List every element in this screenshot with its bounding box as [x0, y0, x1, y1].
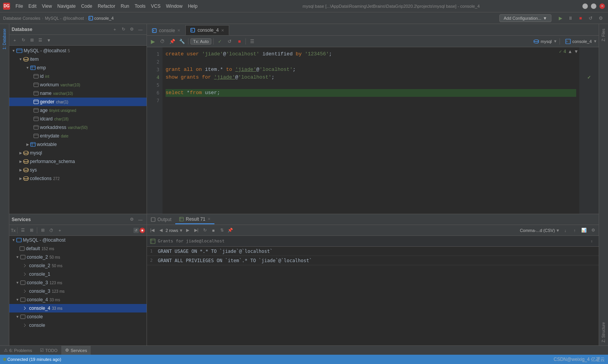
settings-button[interactable]: ⚙ — [596, 14, 605, 22]
breadcrumb-mysql[interactable]: MySQL - @localhost — [45, 16, 84, 21]
editor-stop-btn[interactable]: ■ — [235, 37, 244, 46]
output-tool-settings[interactable]: ⚙ — [589, 227, 597, 234]
editor-format-btn[interactable]: ☰ — [248, 37, 256, 46]
output-tool-next[interactable]: ▶ — [184, 227, 192, 234]
output-tool-chart[interactable]: 📊 — [580, 227, 588, 234]
tree-item-performance-schema[interactable]: ▶ performance_schema — [9, 157, 147, 166]
count-up-icon[interactable]: ▲ — [568, 49, 572, 54]
bottom-tab-services[interactable]: ⚙ Services — [61, 346, 91, 355]
menu-edit[interactable]: Edit — [26, 3, 39, 10]
output-row-1[interactable]: 1 GRANT USAGE ON *.* TO `jiade`@`localho… — [147, 247, 599, 256]
services-tree-console-child[interactable]: console — [9, 321, 147, 330]
db-toolbar-filter[interactable]: ▼ — [45, 36, 53, 44]
tree-item-id[interactable]: id int — [9, 72, 147, 81]
output-tool-sync[interactable]: ⇅ — [218, 227, 226, 234]
tab-console-close[interactable]: ✕ — [177, 28, 180, 33]
services-tree-console2-child[interactable]: console_2 50 ms — [9, 261, 147, 270]
tree-item-gender[interactable]: gender char(1) — [9, 98, 147, 106]
menu-view[interactable]: View — [40, 3, 54, 10]
services-tree-console3-group[interactable]: ▼ console_3 123 ms — [9, 278, 147, 287]
menu-file[interactable]: File — [13, 3, 25, 10]
db-toolbar-refresh[interactable]: ↻ — [19, 36, 27, 44]
services-tree-default[interactable]: default 152 ms — [9, 244, 147, 253]
rerun-button[interactable]: ↺ — [586, 14, 595, 22]
maximize-button[interactable]: □ — [591, 3, 596, 9]
output-tab-result[interactable]: Result 71 ✕ — [175, 215, 214, 224]
services-tool-minimize[interactable]: — — [136, 216, 144, 223]
db-tool-sync[interactable]: ↻ — [119, 26, 127, 33]
vertical-tab-structure[interactable]: Z: Structure — [600, 319, 607, 345]
tree-item-mysql-root[interactable]: ▼ MySQL - @localhost 5 — [9, 46, 147, 55]
editor-run-btn[interactable]: ▶ — [149, 37, 157, 46]
tree-item-entrydate[interactable]: entrydate date — [9, 132, 147, 140]
services-tree-console4-child[interactable]: console_4 33 ms — [9, 304, 147, 312]
tree-item-collections[interactable]: ▶ collections 272 — [9, 174, 147, 183]
output-tool-pin[interactable]: 📌 — [226, 227, 234, 234]
editor-history-btn[interactable]: ⏱ — [158, 37, 167, 46]
tree-item-emp[interactable]: ▼ emp — [9, 64, 147, 72]
pause-button[interactable]: ⏸ — [566, 14, 575, 22]
services-tool-add-session[interactable]: ⊞ — [39, 227, 47, 234]
db-toolbar-compare[interactable]: ☰ — [36, 36, 44, 44]
tree-item-idcard[interactable]: idcard char(18) — [9, 115, 147, 123]
menu-run[interactable]: Run — [118, 3, 131, 10]
services-tool-settings[interactable]: ⚙ — [128, 216, 136, 223]
tab-console[interactable]: console ✕ — [147, 25, 185, 35]
stop-button[interactable]: ■ — [576, 14, 585, 22]
output-tool-export[interactable]: ↓ — [561, 227, 569, 234]
menu-navigate[interactable]: Navigate — [55, 3, 78, 10]
tab-console4[interactable]: console_4 ✕ — [185, 25, 229, 35]
bottom-tab-todo[interactable]: ☑ TODO — [36, 346, 62, 355]
output-row-2[interactable]: 2 GRANT ALL PRIVILEGES ON `item`.* TO `j… — [147, 256, 599, 265]
count-down-icon[interactable]: ▼ — [574, 49, 579, 54]
output-tab-output[interactable]: Output — [147, 215, 175, 224]
tree-item-age[interactable]: age tinyint unsigned — [9, 106, 147, 115]
add-config-button[interactable]: Add Configuration... ▼ — [499, 14, 551, 22]
editor-pin-btn[interactable]: 📌 — [168, 37, 176, 46]
services-tool-expand[interactable]: ⊞ — [28, 227, 35, 234]
services-tree-console1[interactable]: console_1 — [9, 270, 147, 278]
tree-item-mysql-db[interactable]: ▶ mysql — [9, 149, 147, 157]
tree-item-name[interactable]: name varchar(10) — [9, 89, 147, 98]
output-tab-result-close[interactable]: ✕ — [207, 217, 211, 221]
menu-window[interactable]: Window — [164, 3, 185, 10]
services-tree-console2-group[interactable]: ▼ console_2 50 ms — [9, 253, 147, 261]
col-expand-icon[interactable]: ⇕ — [588, 237, 596, 245]
output-tool-refresh[interactable]: ↻ — [201, 227, 209, 234]
menu-code[interactable]: Code — [79, 3, 95, 10]
tree-item-item-db[interactable]: ▼ item — [9, 55, 147, 64]
tab-console4-close[interactable]: ✕ — [221, 28, 224, 33]
menu-refactor[interactable]: Refactor — [95, 3, 117, 10]
services-tree-mysql[interactable]: ▼ MySQL - @localhost — [9, 236, 147, 244]
output-tool-prev[interactable]: ◀ — [157, 227, 165, 234]
output-tool-last[interactable]: ▶| — [192, 227, 200, 234]
rows-selector[interactable]: 2 rows ▼ — [166, 228, 183, 233]
editor-schema-btn[interactable]: 🔧 — [178, 37, 186, 46]
menu-help[interactable]: Help — [186, 3, 200, 10]
db-tool-add[interactable]: + — [111, 26, 119, 33]
close-button[interactable]: ✕ — [599, 3, 605, 9]
services-tree-console3-child[interactable]: console_3 123 ms — [9, 287, 147, 295]
output-tool-import[interactable]: ↑ — [571, 227, 579, 234]
tree-item-worknum[interactable]: worknum varchar(10) — [9, 81, 147, 89]
services-tool-new[interactable]: + — [56, 227, 64, 234]
minimize-button[interactable]: ─ — [582, 3, 588, 9]
db-toolbar-collapse[interactable]: ⊞ — [28, 36, 36, 44]
tree-item-sys[interactable]: ▶ sys — [9, 166, 147, 174]
vertical-tab-database[interactable]: 1: Database — [1, 26, 8, 53]
breadcrumb-db-consoles[interactable]: Database Consoles — [3, 16, 40, 21]
services-tree-console4-group[interactable]: ▼ console_4 33 ms — [9, 295, 147, 304]
output-tool-first[interactable]: |◀ — [149, 227, 156, 234]
db-tool-close[interactable]: — — [136, 26, 144, 33]
services-tool-collapse-all[interactable]: ☰ — [19, 227, 27, 234]
db-toolbar-add[interactable]: + — [11, 36, 19, 44]
output-tool-stop[interactable]: ■ — [209, 227, 217, 234]
db-tool-settings[interactable]: ⚙ — [128, 26, 136, 33]
tree-item-workaddress[interactable]: workaddress varchar(50) — [9, 123, 147, 132]
services-tree-console-group[interactable]: ▼ console — [9, 312, 147, 321]
code-editor[interactable]: create user 'jiade'@'localhost' identifi… — [162, 47, 579, 214]
services-tool-history[interactable]: ⏱ — [47, 227, 55, 234]
vertical-tab-files[interactable]: Z: Files — [600, 26, 607, 45]
bottom-tab-problems[interactable]: ⚠ 6: Problems — [0, 346, 36, 355]
editor-rollback-btn[interactable]: ↺ — [225, 37, 234, 46]
